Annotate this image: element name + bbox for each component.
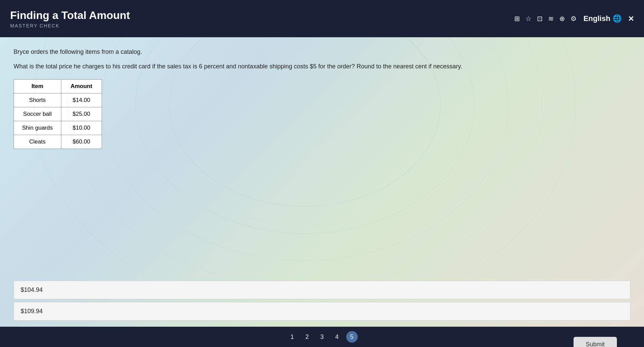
page-2-button[interactable]: 2: [302, 331, 313, 343]
item-amount: $25.00: [61, 107, 102, 121]
svg-point-8: [264, 37, 549, 193]
globe-icon: 🌐: [612, 14, 622, 23]
answer-option-2[interactable]: $109.94: [14, 302, 630, 321]
header-left: Finding a Total Amount MASTERY CHECK: [10, 9, 130, 28]
bottom-bar: 1 2 3 4 5 Submit: [0, 327, 644, 347]
question-line1: Bryce orders the following items from a …: [14, 47, 630, 57]
mastery-check-label: MASTERY CHECK: [10, 23, 130, 28]
table-header-amount: Amount: [61, 80, 102, 93]
language-label: English: [583, 14, 610, 23]
table-row: Cleats $60.00: [14, 135, 102, 149]
close-button[interactable]: ×: [628, 13, 634, 24]
item-amount: $10.00: [61, 121, 102, 135]
question-line2: What is the total price he charges to hi…: [14, 62, 630, 71]
answer-option-1[interactable]: $104.94: [14, 281, 630, 299]
item-amount: $14.00: [61, 93, 102, 107]
grid-icon[interactable]: ⊞: [514, 15, 520, 23]
page-4-button[interactable]: 4: [331, 331, 343, 343]
table-row: Soccer ball $25.00: [14, 107, 102, 121]
page-1-button[interactable]: 1: [287, 331, 298, 343]
item-amount: $60.00: [61, 135, 102, 149]
header-right: ⊞ ☆ ⊡ ≋ ⊕ ⚙ English 🌐 ×: [514, 13, 634, 24]
share-icon[interactable]: ⊕: [559, 15, 565, 23]
item-name: Shin guards: [14, 121, 61, 135]
header: Finding a Total Amount MASTERY CHECK ⊞ ☆…: [0, 0, 644, 37]
item-name: Cleats: [14, 135, 61, 149]
page-5-button[interactable]: 5: [346, 331, 358, 343]
header-toolbar-icons: ⊞ ☆ ⊡ ≋ ⊕ ⚙: [514, 15, 577, 23]
pagination: 1 2 3 4 5: [287, 331, 358, 343]
page-3-button[interactable]: 3: [316, 331, 328, 343]
items-table: Item Amount Shorts $14.00 Soccer ball $2…: [14, 79, 102, 149]
svg-point-5: [186, 51, 423, 227]
table-row: Shorts $14.00: [14, 93, 102, 107]
caption-icon[interactable]: ≋: [548, 15, 554, 23]
background-decoration: [0, 37, 644, 274]
item-name: Soccer ball: [14, 107, 61, 121]
main-content: Bryce orders the following items from a …: [0, 37, 644, 327]
reading-mode-icon[interactable]: ⊡: [537, 15, 543, 23]
table-header-item: Item: [14, 80, 61, 93]
page-title: Finding a Total Amount: [10, 9, 130, 22]
item-name: Shorts: [14, 93, 61, 107]
svg-point-3: [68, 37, 542, 274]
svg-point-4: [34, 37, 576, 274]
answer-options: $104.94 $109.94: [0, 281, 644, 323]
submit-button[interactable]: Submit: [574, 337, 617, 347]
settings-icon[interactable]: ⚙: [570, 15, 577, 23]
language-button[interactable]: English 🌐: [583, 14, 621, 23]
star-icon[interactable]: ☆: [525, 15, 532, 23]
table-row: Shin guards $10.00: [14, 121, 102, 135]
